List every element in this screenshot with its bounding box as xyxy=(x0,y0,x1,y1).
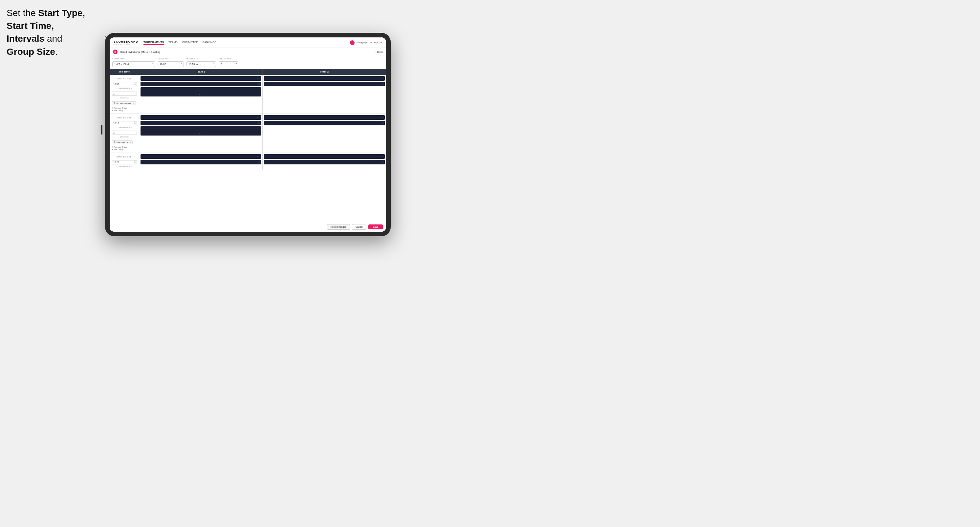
team2-col-3: × □ × □ xyxy=(262,153,386,170)
expand-slot-2-2[interactable]: □ xyxy=(382,83,383,85)
close-slot-3-2[interactable]: × xyxy=(257,122,258,124)
instruction-text: Set the Start Type, Start Time, Interval… xyxy=(6,6,105,58)
tee-time-col-2: STARTING TIME: 🕐 STARTING HOLE: 1 COURSE… xyxy=(110,114,139,152)
group-size-select[interactable]: 3 2 4 xyxy=(219,61,239,67)
expand-slot-5-2[interactable]: □ xyxy=(258,161,260,163)
course-remove-1[interactable]: × xyxy=(133,102,135,104)
starting-hole-select-2[interactable]: 1 xyxy=(111,130,137,135)
th-team1: Team 1 xyxy=(139,69,262,75)
group-size-group: Group Size 3 2 4 xyxy=(219,58,239,67)
slot-icons-1-2: × □ xyxy=(257,83,260,85)
starting-time-input-wrapper-3: 🕐 xyxy=(111,159,137,164)
starting-time-label-3: STARTING TIME: xyxy=(111,156,137,158)
clock-icon-2: 🕐 xyxy=(134,121,136,124)
start-time-select[interactable]: 10:00 xyxy=(158,61,184,67)
team1-col-3: × □ × □ xyxy=(139,153,262,170)
expand-slot-4-1[interactable]: □ xyxy=(382,116,383,119)
instruction-line4-bold: Group Size xyxy=(6,47,55,57)
close-slot-1-2[interactable]: × xyxy=(257,83,258,85)
expand-slot-3-1[interactable]: □ xyxy=(258,116,260,119)
starting-time-input-1[interactable] xyxy=(111,82,137,86)
instruction-line3-bold: Intervals xyxy=(6,33,45,44)
clock-icon-1: 🕐 xyxy=(134,83,136,85)
expand-slot-6-2[interactable]: □ xyxy=(382,161,383,163)
course-tag-2: 🏌 East Lake GC × xyxy=(111,140,133,144)
player-slot-2-2: × □ xyxy=(264,82,385,86)
instruction-line1: Set the xyxy=(6,8,38,18)
cancel-button[interactable]: Cancel xyxy=(352,224,366,230)
main-content: Tee Time Team 1 Team 2 STARTING TIME: 🕐 … xyxy=(110,69,386,222)
slot-icons-5-1: × □ xyxy=(257,156,260,157)
close-slot-5-2[interactable]: × xyxy=(257,161,258,163)
intervals-select[interactable]: 10 Minutes 8 Minutes 12 Minutes xyxy=(186,61,216,67)
starting-hole-wrapper-1: 1 xyxy=(111,90,137,96)
expand-slot-6-1[interactable]: □ xyxy=(382,156,383,157)
starting-hole-select-1[interactable]: 1 xyxy=(111,92,137,96)
start-type-wrapper: 1st Tee Start Shotgun Start xyxy=(112,60,155,67)
group-row-1: STARTING TIME: 🕐 STARTING HOLE: 1 COURSE… xyxy=(110,75,386,114)
expand-slot-3-2[interactable]: □ xyxy=(258,122,260,124)
starting-time-label-2: STARTING TIME: xyxy=(111,117,137,119)
breadcrumb-logo: C xyxy=(113,49,118,54)
nav-tournaments[interactable]: TOURNAMENTS xyxy=(143,40,164,45)
add-group-1[interactable]: + Add Group xyxy=(111,109,137,111)
player-slot-3-2: × □ xyxy=(140,121,261,125)
add-icon-2: + xyxy=(111,148,113,151)
user-email: blair@clippd.io xyxy=(356,41,372,44)
expand-slot-4-2[interactable]: □ xyxy=(382,122,383,124)
close-slot-3-1[interactable]: × xyxy=(257,116,258,119)
expand-slot-5-1[interactable]: □ xyxy=(258,156,260,157)
start-time-label: Start Time xyxy=(158,58,184,60)
player-slot-3-3: × □ xyxy=(140,126,261,135)
team1-col-1: × □ × □ × □ xyxy=(139,75,262,114)
course-remove-2[interactable]: × xyxy=(130,141,131,143)
close-slot-6-2[interactable]: × xyxy=(380,161,382,163)
start-time-wrapper: 10:00 xyxy=(158,60,184,67)
close-slot-4-2[interactable]: × xyxy=(380,122,382,124)
intervals-group: Intervals 10 Minutes 8 Minutes 12 Minute… xyxy=(186,58,216,67)
breadcrumb-tournament[interactable]: Clippd Invitational (Me..) xyxy=(119,51,148,54)
expand-slot-2-1[interactable]: □ xyxy=(382,78,383,79)
starting-time-input-2[interactable] xyxy=(111,121,137,125)
start-type-select[interactable]: 1st Tee Start Shotgun Start xyxy=(112,61,155,67)
expand-slot-1-1[interactable]: □ xyxy=(258,78,260,79)
course-label-2: COURSE: xyxy=(111,136,137,138)
close-slot-6-1[interactable]: × xyxy=(380,156,382,157)
slot-icons-2-2: × □ xyxy=(380,83,383,85)
close-slot-1-3[interactable]: × xyxy=(199,94,200,95)
expand-slot-3-3[interactable]: □ xyxy=(202,133,203,135)
expand-slot-1-3[interactable]: □ xyxy=(202,94,203,95)
expand-slot-1-2[interactable]: □ xyxy=(258,83,260,85)
starting-hole-wrapper-2: 1 xyxy=(111,129,137,135)
tablet-side-button xyxy=(101,125,102,135)
slot-icons-1-3: × □ xyxy=(199,90,203,97)
save-button[interactable]: Save xyxy=(368,224,383,229)
close-slot-5-1[interactable]: × xyxy=(257,156,258,157)
close-slot-3-3[interactable]: × xyxy=(199,133,200,135)
slot-icons-6-2: × □ xyxy=(380,161,383,163)
player-slot-5-1: × □ xyxy=(140,154,261,159)
close-slot-1-1[interactable]: × xyxy=(257,78,258,79)
sign-out-link[interactable]: Sign out xyxy=(374,41,382,44)
starting-time-input-3[interactable] xyxy=(111,160,137,164)
nav-committee[interactable]: COMMITTEE xyxy=(182,40,198,45)
player-slot-5-2: × □ xyxy=(140,160,261,164)
avatar xyxy=(350,40,355,45)
remove-group-1[interactable]: ○ Remove Group xyxy=(111,106,137,109)
nav-rankings[interactable]: RANKINGS xyxy=(202,40,216,45)
close-slot-2-2[interactable]: × xyxy=(380,83,382,85)
nav-teams[interactable]: TEAMS xyxy=(169,40,178,45)
close-slot-4-1[interactable]: × xyxy=(380,116,382,119)
close-slot-2-1[interactable]: × xyxy=(380,78,382,79)
start-time-group: Start Time 10:00 xyxy=(158,58,184,67)
breadcrumb: C Clippd Invitational (Me..) › Hosting ‹… xyxy=(110,48,386,56)
add-group-2[interactable]: + Add Group xyxy=(111,148,137,151)
group-row-3: STARTING TIME: 🕐 STARTING HOLE: × □ xyxy=(110,153,386,170)
reset-changes-button[interactable]: Reset Changes xyxy=(327,224,350,230)
group-row-2: STARTING TIME: 🕐 STARTING HOLE: 1 COURSE… xyxy=(110,114,386,153)
back-button[interactable]: ‹ Back xyxy=(375,51,383,54)
tablet-screen: SCOREBOARD Powered by clipp.. TOURNAMENT… xyxy=(110,37,386,232)
breadcrumb-section: Hosting xyxy=(151,51,160,54)
instruction-line4-suffix: . xyxy=(55,47,58,57)
remove-group-2[interactable]: ○ Remove Group xyxy=(111,146,137,148)
